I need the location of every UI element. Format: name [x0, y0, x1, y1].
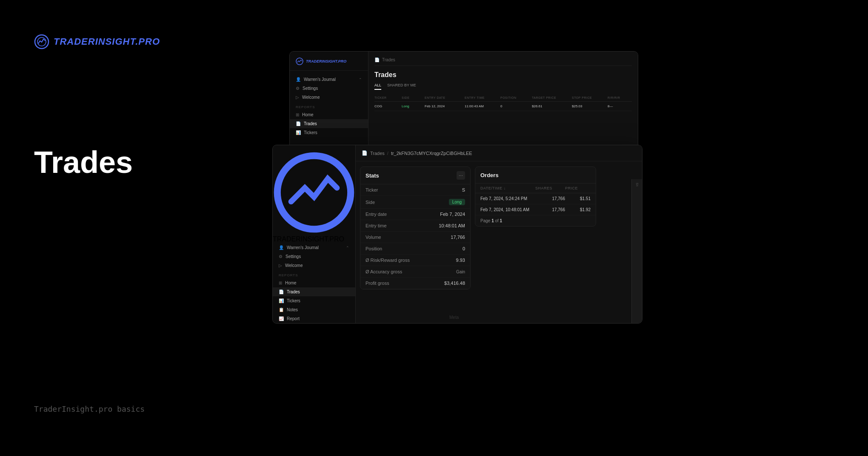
tab-all-bg[interactable]: ALL	[374, 83, 381, 90]
orders-td-price-2: $1.92	[565, 207, 591, 212]
brand-icon	[34, 34, 49, 49]
journal-icon-bg: 👤	[296, 77, 301, 82]
page-heading: Trades	[34, 145, 133, 180]
window-bg: TRADERINSIGHT.PRO 👤 Warren's Journal ⌃ ⚙…	[289, 51, 638, 153]
stats-label-ticker: Ticker	[365, 187, 378, 192]
tabs-bg: ALL SHARED BY ME	[374, 83, 632, 90]
notes-icon-fg: 📋	[279, 307, 284, 312]
orders-page-current: 1	[491, 218, 494, 223]
stats-label-accuracy: Ø Accuracy gross	[365, 269, 402, 274]
sidebar-tickers-label-fg: Tickers	[287, 298, 300, 303]
sidebar-brand-name-bg: TRADERINSIGHT.PRO	[306, 59, 346, 63]
orders-th-shares: SHARES	[535, 186, 565, 190]
th-position-bg: POSITION	[500, 96, 530, 99]
tickers-icon-bg: 📊	[296, 130, 301, 135]
right-edge-label: St	[635, 183, 639, 187]
sidebar-settings-label-fg: Settings	[286, 254, 301, 259]
sidebar-trades-label-bg: Trades	[304, 121, 317, 126]
orders-th-datetime: DATE/TIME ↓	[480, 186, 535, 190]
th-entrydate-bg: ENTRY DATE	[425, 96, 463, 99]
sidebar-welcome-label-fg: Welcome	[285, 263, 303, 268]
home-icon-fg: ⊞	[279, 281, 282, 285]
tab-shared-bg[interactable]: SHARED BY ME	[387, 83, 416, 90]
settings-icon-fg: ⚙	[279, 254, 283, 259]
orders-header: Orders	[475, 167, 596, 184]
stats-row-accuracy: Ø Accuracy gross Gain	[360, 266, 470, 278]
sidebar-brand-name-fg: TRADERINSIGHT.PRO	[273, 235, 344, 243]
svg-point-2	[296, 58, 303, 65]
orders-td-price-1: $1.51	[565, 196, 591, 201]
sidebar-settings-label-bg: Settings	[303, 86, 318, 91]
orders-row-1[interactable]: Feb 7, 2024, 5:24:24 PM 17,766 $1.51	[475, 193, 596, 204]
sidebar-home-fg[interactable]: ⊞ Home	[273, 278, 355, 287]
orders-td-datetime-2: Feb 7, 2024, 10:48:01 AM	[480, 207, 535, 212]
th-rrr-bg: R/R/R/R	[608, 96, 638, 99]
table-header-bg: TICKER SIDE ENTRY DATE ENTRY TIME POSITI…	[374, 94, 632, 102]
orders-td-datetime-1: Feb 7, 2024, 5:24:24 PM	[480, 196, 535, 201]
td-position-bg: 0	[500, 104, 530, 108]
stats-panel: Stats ⋯ Ticker S Side Long Entry date Fe…	[360, 166, 471, 290]
stats-row-side: Side Long	[360, 196, 470, 209]
sidebar-settings-fg[interactable]: ⚙ Settings	[273, 252, 355, 261]
sidebar-welcome-bg[interactable]: ▷ Welcome	[290, 93, 368, 102]
sidebar-journal-bg[interactable]: 👤 Warren's Journal ⌃	[290, 75, 368, 84]
journal-chevron-bg: ⌃	[359, 77, 362, 82]
sidebar-tickers-label-bg: Tickers	[304, 130, 317, 135]
th-side-bg: SIDE	[402, 96, 423, 99]
sidebar-brand-icon-fg	[273, 151, 355, 234]
stats-label-side: Side	[365, 200, 375, 205]
td-rrr-bg: 8—	[608, 104, 638, 108]
win-page-title-bg: Trades	[374, 71, 632, 79]
right-edge-panel: St	[631, 179, 642, 323]
sidebar-notes-fg[interactable]: 📋 Notes	[273, 305, 355, 314]
sidebar-settings-bg[interactable]: ⚙ Settings	[290, 84, 368, 93]
orders-td-shares-2: 17,766	[535, 207, 565, 212]
sidebar-notes-label-fg: Notes	[287, 307, 298, 312]
sidebar-journal-fg[interactable]: 👤 Warren's Journal ⌃	[273, 243, 355, 252]
stats-value-side: Long	[449, 199, 465, 205]
breadcrumb-bg: 📄 Trades	[374, 57, 632, 66]
home-icon-bg: ⊞	[296, 112, 299, 117]
sidebar-home-label-fg: Home	[285, 281, 297, 285]
stats-value-entrytime: 10:48:01 AM	[439, 223, 465, 228]
td-entrytime-bg: 11:00:43 AM	[465, 104, 499, 108]
sidebar-compare-fg[interactable]: ↔ Compare	[273, 323, 355, 324]
stats-label-entrydate: Entry date	[365, 212, 387, 217]
orders-title: Orders	[480, 172, 499, 178]
sidebar-journal-label-fg: Warren's Journal	[287, 245, 319, 250]
sidebar-bg: TRADERINSIGHT.PRO 👤 Warren's Journal ⌃ ⚙…	[290, 52, 368, 153]
fg-breadcrumb: 📄 Trades / tr_2kFN3G7cMYCXrqgrZpCiBGHbLE…	[356, 145, 642, 161]
sidebar-home-bg[interactable]: ⊞ Home	[290, 110, 368, 119]
stats-row-profit: Profit gross $3,416.48	[360, 278, 470, 289]
sidebar-fg: TRADERINSIGHT.PRO 👤 Warren's Journal ⌃ ⚙…	[273, 145, 356, 323]
settings-icon-bg: ⚙	[296, 86, 300, 91]
sidebar-trades-fg[interactable]: 📄 Trades	[273, 287, 355, 296]
window-fg: TRADERINSIGHT.PRO 👤 Warren's Journal ⌃ ⚙…	[272, 145, 642, 324]
td-ticker-bg: COG	[374, 104, 400, 108]
stats-options-button[interactable]: ⋯	[457, 171, 465, 180]
stats-row-ticker: Ticker S	[360, 184, 470, 196]
orders-row-2[interactable]: Feb 7, 2024, 10:48:01 AM 17,766 $1.92	[475, 204, 596, 215]
welcome-icon-fg: ▷	[279, 263, 282, 268]
stats-value-rrg: 9.93	[456, 258, 465, 263]
sidebar-report-fg[interactable]: 📈 Report	[273, 314, 355, 323]
stats-row-volume: Volume 17,766	[360, 232, 470, 243]
welcome-icon-bg: ▷	[296, 95, 299, 100]
sidebar-trades-bg[interactable]: 📄 Trades	[290, 119, 368, 128]
breadcrumb-text-bg: Trades	[382, 57, 395, 62]
sidebar-tickers-fg[interactable]: 📊 Tickers	[273, 296, 355, 305]
bottom-subtitle: TraderInsight.pro basics	[34, 404, 145, 413]
sidebar-welcome-fg[interactable]: ▷ Welcome	[273, 261, 355, 270]
journal-icon-fg: 👤	[279, 245, 284, 250]
stats-row-entrydate: Entry date Feb 7, 2024	[360, 209, 470, 220]
sidebar-trades-label-fg: Trades	[287, 290, 300, 294]
sidebar-tickers-bg[interactable]: 📊 Tickers	[290, 128, 368, 137]
stats-label-volume: Volume	[365, 235, 381, 240]
orders-td-shares-1: 17,766	[535, 196, 565, 201]
stats-label-profit: Profit gross	[365, 281, 389, 286]
sidebar-brand-icon	[296, 57, 303, 65]
sidebar-journal-label-bg: Warren's Journal	[304, 77, 336, 82]
td-stop-bg: $25.03	[572, 104, 606, 108]
reports-section-bg: REPORTS	[290, 102, 368, 110]
table-row-bg[interactable]: COG Long Feb 12, 2024 11:00:43 AM 0 $26.…	[374, 102, 632, 111]
